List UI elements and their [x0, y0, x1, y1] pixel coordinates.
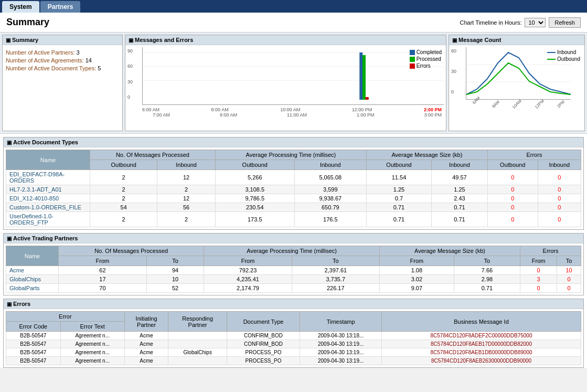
active-doc-types-value: 5 — [98, 65, 101, 71]
summary-panel-header: ▣ Summary — [3, 35, 122, 45]
message-count-content: 60 30 0 6AM — [449, 45, 584, 131]
tp-col-err-to: To — [557, 256, 581, 266]
tab-system[interactable]: System — [2, 1, 39, 13]
msgcount-legend: Inbound Outbound — [547, 49, 580, 62]
chart-timeline-select[interactable]: 10 24 48 — [525, 18, 546, 27]
chart-timeline-label: Chart Timeline in Hours: — [460, 19, 521, 26]
messages-collapse-icon[interactable]: ▣ — [129, 37, 133, 43]
errors-section: ▣ Errors Error InitiatingPartner Respond… — [3, 299, 584, 368]
legend-completed: Completed — [410, 49, 442, 55]
trading-partners-collapse-icon[interactable]: ▣ — [7, 236, 12, 241]
active-agreements-label: Number of Active Agreements: — [6, 57, 84, 63]
tab-partners[interactable]: Partners — [40, 1, 81, 13]
active-trading-partners-section: ▣ Active Trading Partners Name No. Of Me… — [3, 233, 584, 295]
tp-col-size-from: From — [379, 256, 454, 266]
errors-table-wrapper: Error InitiatingPartner RespondingPartne… — [4, 309, 583, 367]
active-doc-types-label: Number of Active Document Types: — [6, 65, 96, 71]
trading-partners-table-wrapper: Name No. Of Messages Processed Average P… — [4, 243, 583, 295]
table-row: GlobalParts 70 52 2,174.79 226.17 9.07 0… — [6, 284, 581, 293]
doc-types-section-title: Active Document Types — [13, 139, 78, 145]
chart-timeline-controls: Chart Timeline in Hours: 10 24 48 Refres… — [460, 17, 581, 28]
active-partners-item: Number of Active Partners: 3 — [6, 49, 119, 56]
message-count-panel: ▣ Message Count 60 30 0 — [449, 35, 585, 131]
tp-col-to: To — [146, 256, 204, 266]
doc-types-collapse-icon[interactable]: ▣ — [7, 140, 12, 145]
tp-col-errors-header: Errors — [520, 246, 581, 256]
col-no-messages-header: No. Of Messages Processed — [90, 150, 216, 160]
errors-table: Error InitiatingPartner RespondingPartne… — [6, 311, 581, 365]
errors-col-doc-type: Document Type — [227, 312, 300, 332]
col-err-outbound: Outbound — [487, 160, 538, 170]
errors-col-timestamp: Timestamp — [300, 312, 382, 332]
summary-header-bar: Summary Chart Timeline in Hours: 10 24 4… — [0, 13, 587, 33]
col-msg-inbound: Inbound — [157, 160, 215, 170]
errors-col-business-msg-id: Business Message Id — [382, 312, 581, 332]
svg-rect-4 — [362, 55, 366, 100]
col-name-header: Name — [6, 150, 90, 170]
summary-panel-content: Number of Active Partners: 3 Number of A… — [3, 45, 122, 77]
table-row: B2B-50547 Agreement n... Acme GlobalChip… — [6, 348, 581, 357]
summary-panel: ▣ Summary Number of Active Partners: 3 N… — [2, 35, 123, 131]
line-chart-wrapper: 60 30 0 6AM — [451, 47, 582, 129]
active-agreements-item: Number of Active Agreements: 14 — [6, 57, 119, 63]
errors-col-code: Error Code — [6, 322, 61, 332]
col-msg-outbound: Outbound — [90, 160, 157, 170]
tp-col-no-messages-header: No. Of Messages Processed — [59, 246, 204, 256]
doc-types-section-header: ▣ Active Document Types — [4, 137, 583, 147]
page-title: Summary — [6, 17, 49, 28]
table-row: B2B-50547 Agreement n... Acme CONFIRM_BO… — [6, 340, 581, 348]
summary-panel-title: Summary — [12, 37, 38, 43]
tp-col-err-from: From — [520, 256, 557, 266]
table-row: EDI_X12-4010-850 2 12 9,786.5 9,938.67 0… — [6, 194, 581, 203]
col-proc-inbound: Inbound — [294, 160, 366, 170]
col-err-inbound: Inbound — [538, 160, 581, 170]
messages-panel-title: Messages and Errors — [135, 37, 193, 43]
legend-outbound: Outbound — [547, 56, 580, 62]
legend-errors: Errors — [410, 63, 442, 69]
tp-col-proc-from: From — [204, 256, 292, 266]
active-agreements-value: 14 — [86, 57, 92, 63]
table-row: Acme 62 94 792.23 2,397.61 1.08 7.66 0 1… — [6, 266, 581, 275]
errors-col-resp-partner: RespondingPartner — [168, 312, 227, 332]
table-row: UserDefined-1.0-ORDERS_FTP 2 2 173.5 176… — [6, 212, 581, 227]
tp-col-size-to: To — [454, 256, 520, 266]
tp-col-avg-message-size-header: Average Message Size (kb) — [379, 246, 520, 256]
col-size-outbound: Outbound — [366, 160, 431, 170]
col-avg-message-size-header: Average Message Size (kb) — [366, 150, 487, 160]
msgcount-y-axis: 60 30 0 — [451, 47, 456, 94]
bar-chart-wrapper: 90 60 30 0 — [127, 47, 444, 129]
doc-types-table: Name No. Of Messages Processed Average P… — [6, 150, 581, 227]
table-row: HL7-2.3.1-ADT_A01 2 2 3,108.5 3,599 1.25… — [6, 185, 581, 194]
col-errors-header: Errors — [487, 150, 581, 160]
tp-col-name-header: Name — [6, 246, 59, 266]
x-axis-top: 6:00 AM 8:00 AM 10:00 AM 12:00 PM 2:00 P… — [142, 107, 444, 112]
top-panels-row: ▣ Summary Number of Active Partners: 3 N… — [0, 33, 587, 134]
table-row: Custom-1.0-ORDERS_FILE 54 56 230.54 650.… — [6, 203, 581, 212]
table-row: B2B-50547 Agreement n... Acme PROCESS_PO… — [6, 357, 581, 365]
active-partners-label: Number of Active Partners: — [6, 49, 74, 56]
col-proc-outbound: Outbound — [215, 160, 294, 170]
errors-col-text: Error Text — [60, 322, 124, 332]
active-partners-value: 3 — [77, 49, 80, 56]
tp-col-from: From — [59, 256, 147, 266]
refresh-button[interactable]: Refresh — [549, 17, 581, 28]
msgcount-collapse-icon[interactable]: ▣ — [452, 37, 457, 43]
y-axis-labels: 90 60 30 0 — [127, 47, 133, 100]
trading-partners-header: ▣ Active Trading Partners — [4, 234, 583, 243]
messages-panel-content: 90 60 30 0 — [125, 45, 446, 131]
errors-collapse-icon[interactable]: ▣ — [7, 301, 12, 307]
errors-section-title: Errors — [13, 301, 30, 307]
messages-panel-header: ▣ Messages and Errors — [125, 35, 446, 45]
summary-collapse-icon[interactable]: ▣ — [6, 37, 10, 43]
svg-rect-5 — [366, 97, 369, 100]
trading-partners-title: Active Trading Partners — [13, 235, 78, 241]
top-tabs: System Partners — [0, 0, 587, 13]
errors-section-header: ▣ Errors — [4, 299, 583, 309]
errors-col-init-partner: InitiatingPartner — [124, 312, 168, 332]
main-content: Summary Chart Timeline in Hours: 10 24 4… — [0, 13, 587, 368]
legend-inbound: Inbound — [547, 49, 580, 55]
table-row: EDI_EDIFACT-D98A-ORDERS 2 12 5,266 5,065… — [6, 170, 581, 185]
legend-processed: Processed — [410, 56, 442, 62]
table-row: GlobalChips 17 10 4,235.41 3,735.7 3.02 … — [6, 275, 581, 284]
doc-types-table-wrapper: Name No. Of Messages Processed Average P… — [4, 147, 583, 229]
